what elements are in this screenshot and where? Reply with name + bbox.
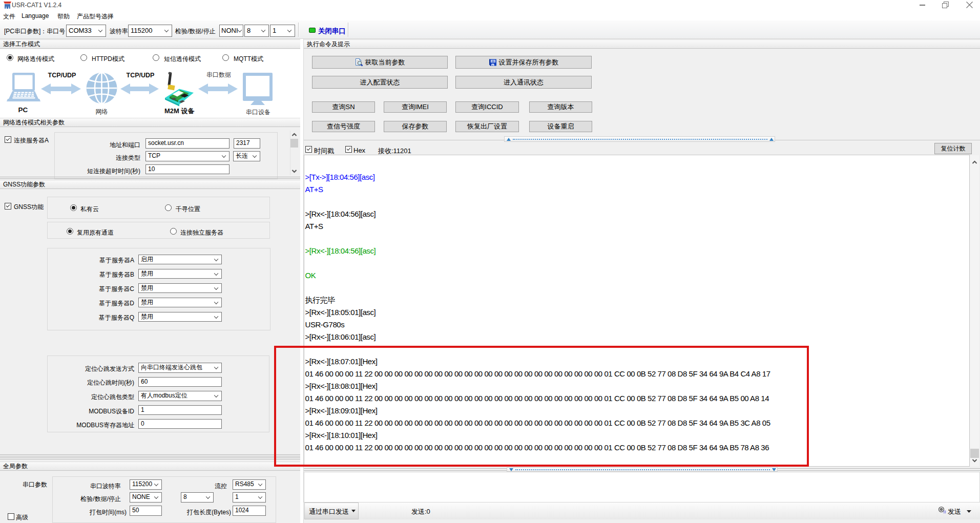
svg-text:串口设备: 串口设备: [246, 109, 270, 116]
svg-text:网络: 网络: [96, 108, 108, 115]
svg-text:PC: PC: [18, 106, 28, 114]
svg-text:M2M 设备: M2M 设备: [164, 107, 195, 115]
svg-text:TCP/UDP: TCP/UDP: [127, 72, 155, 79]
svg-text:TCP/UDP: TCP/UDP: [48, 72, 76, 79]
svg-text:串口数据: 串口数据: [206, 71, 231, 78]
